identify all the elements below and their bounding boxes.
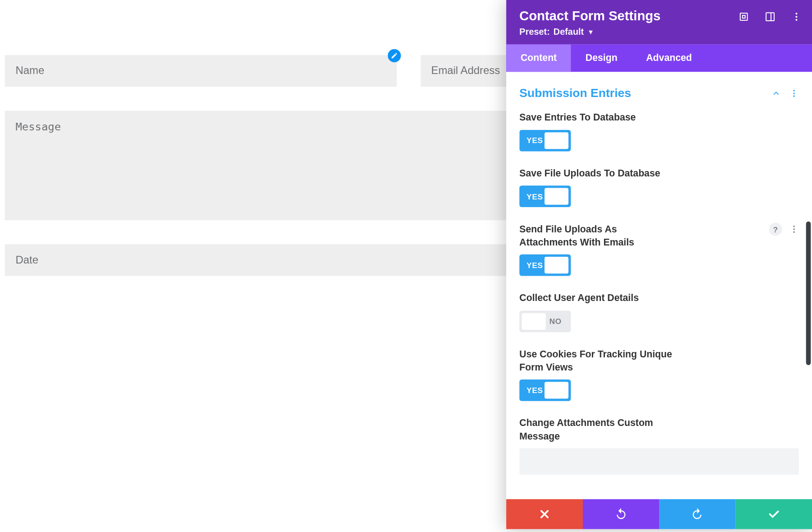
panel-body: Submission Entries Save Entries To Datab…: [506, 72, 812, 499]
chevron-up-icon[interactable]: [771, 88, 781, 98]
svg-point-4: [796, 13, 798, 14]
svg-point-12: [793, 231, 795, 233]
custom-msg-input[interactable]: [519, 449, 798, 475]
tab-content[interactable]: Content: [506, 44, 571, 72]
save-uploads-label: Save File Uploads To Database: [519, 167, 675, 180]
collect-ua-toggle[interactable]: NO: [519, 310, 571, 332]
panel-header: Contact Form Settings Preset: Default ▼: [506, 0, 812, 44]
svg-rect-0: [740, 13, 747, 20]
save-entries-toggle[interactable]: YES: [519, 130, 571, 151]
svg-point-8: [793, 92, 795, 94]
save-entries-label: Save Entries To Database: [519, 111, 675, 124]
save-uploads-toggle[interactable]: YES: [519, 185, 571, 207]
collect-ua-label: Collect User Agent Details: [519, 291, 675, 305]
toggle-value: YES: [526, 261, 543, 270]
send-attachments-toggle[interactable]: YES: [519, 254, 571, 276]
svg-point-10: [793, 226, 795, 227]
use-cookies-label: Use Cookies For Tracking Unique Form Vie…: [519, 348, 675, 374]
help-icon[interactable]: ?: [769, 223, 782, 236]
svg-point-5: [796, 16, 798, 18]
section-title[interactable]: Submission Entries: [519, 86, 631, 100]
svg-point-7: [793, 89, 795, 91]
undo-icon: [614, 508, 627, 521]
cancel-button[interactable]: [506, 499, 582, 529]
tab-design[interactable]: Design: [571, 44, 632, 72]
edit-field-button[interactable]: [388, 49, 401, 62]
toggle-knob: [544, 382, 568, 398]
name-field[interactable]: [5, 55, 397, 87]
settings-panel: Contact Form Settings Preset: Default ▼: [506, 0, 812, 529]
toggle-knob: [544, 188, 568, 205]
check-icon: [767, 508, 780, 521]
toggle-value: YES: [526, 386, 543, 395]
caret-down-icon: ▼: [587, 28, 594, 35]
svg-point-11: [793, 229, 795, 231]
undo-button[interactable]: [583, 499, 659, 529]
toggle-value: NO: [549, 317, 562, 326]
svg-point-9: [793, 95, 795, 97]
panel-tabs: Content Design Advanced: [506, 44, 812, 72]
redo-icon: [691, 508, 704, 521]
section-kebab-icon[interactable]: [789, 88, 799, 98]
redo-button[interactable]: [659, 499, 735, 529]
pencil-icon: [391, 52, 398, 59]
preset-selector[interactable]: Preset: Default ▼: [519, 26, 594, 37]
svg-rect-1: [743, 15, 745, 18]
close-icon: [538, 508, 551, 521]
send-attachments-label: Send File Uploads As Attachments With Em…: [519, 223, 675, 249]
svg-rect-2: [766, 13, 774, 21]
tab-advanced[interactable]: Advanced: [632, 44, 706, 72]
custom-msg-label: Change Attachments Custom Message: [519, 416, 675, 442]
toggle-knob: [544, 257, 568, 274]
preset-prefix: Preset:: [519, 26, 549, 37]
save-button[interactable]: [736, 499, 812, 529]
svg-point-6: [796, 19, 798, 21]
use-cookies-toggle[interactable]: YES: [519, 379, 571, 401]
layout-icon[interactable]: [764, 11, 776, 23]
panel-footer: [506, 499, 812, 529]
kebab-icon[interactable]: [790, 11, 803, 23]
preset-value: Default: [554, 26, 584, 37]
toggle-value: YES: [526, 136, 543, 145]
setting-kebab-icon[interactable]: [789, 225, 799, 234]
toggle-knob: [522, 313, 546, 330]
toggle-value: YES: [526, 192, 543, 201]
expand-icon[interactable]: [738, 11, 750, 23]
toggle-knob: [544, 132, 568, 149]
panel-scrollbar[interactable]: [806, 222, 811, 365]
